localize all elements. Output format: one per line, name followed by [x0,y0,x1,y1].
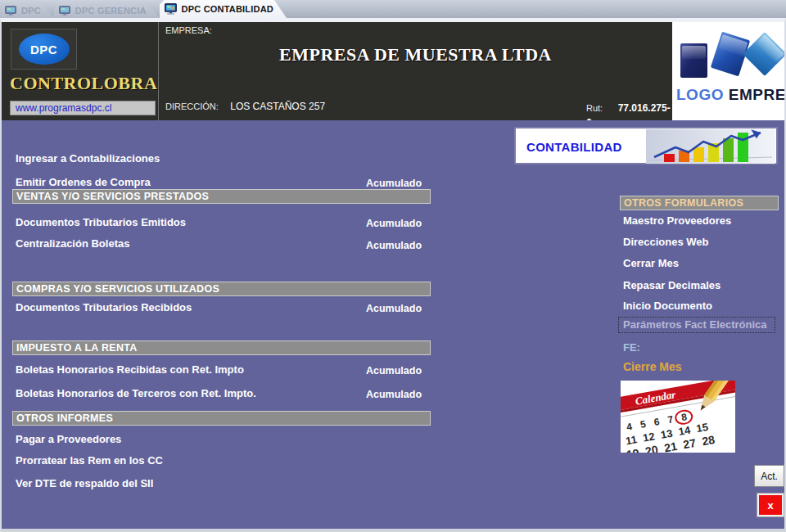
direccion-value: LOS CASTAÑOS 257 [230,101,325,112]
calendar-image: Calendar 4 5 6 7 8 11 12 13 14 15 19 20 … [621,381,735,453]
menu-prorratear-rem-cc[interactable]: Prorratear las Rem en los CC [16,454,163,467]
header: DPC CONTROLOBRA www.programasdpc.cl EMPR… [2,22,784,120]
company-info-panel: EMPRESA: EMPRESA DE MUESTRA LTDA DIRECCI… [159,22,672,120]
rut-label: Rut: [586,103,603,113]
main-area: CONTABILIDAD [2,120,784,529]
menu-repasar-decimales[interactable]: Repasar Decimales [623,279,720,291]
logo-word: LOGO [676,86,724,103]
menu-maestro-proveedores[interactable]: Maestro Proveedores [623,214,731,227]
section-otros-informes: OTROS INFORMES [12,411,431,426]
banner-title: CONTABILIDAD [526,140,622,154]
header-brand-panel: DPC CONTROLOBRA www.programasdpc.cl [2,22,159,120]
direccion-label: DIRECCIÓN: [165,101,219,111]
tab-label: DPC CONTABILIDAD [182,4,273,14]
tab-dpc-gerencia[interactable]: DPC GERENCIA [54,3,160,18]
menu-boletas-honorarios-recibidas[interactable]: Boletas Honorarios Recibidas con Ret. Im… [16,363,244,376]
dpc-logo: DPC [19,34,70,65]
logo-shape-navy [680,43,707,78]
tab-dpc-contabilidad[interactable]: DPC CONTABILIDAD [160,0,287,18]
section-impuesto-a-la-renta: IMPUESTO A LA RENTA [12,340,431,355]
tab-bar: DPC DPC GERENCIA DPC CONTABILIDAD [0,0,786,18]
section-compras-servicios-utilizados: COMPRAS Y/O SERVICIOS UTILIZADOS [12,282,431,296]
menu-ingresar-contabilizaciones[interactable]: Ingresar a Contabilizaciones [16,152,160,165]
close-button[interactable]: x [757,494,784,516]
acumulado-doc-recibidos[interactable]: Acumulado [366,303,422,314]
company-logo-panel: LOGO EMPRESA [672,22,784,120]
logo-empresa-text: LOGO EMPRESA [676,86,784,104]
growth-chart-image [646,129,775,164]
menu-parametros-fact-electronica[interactable]: Parámetros Fact Electrónica [618,317,775,333]
menu-documentos-tributarios-recibidos[interactable]: Documentos Tributarios Recibidos [16,301,192,313]
empresa-word: EMPRESA [729,86,784,103]
acumulado-centralizacion-boletas[interactable]: Acumulado [366,240,422,251]
menu-emitir-ordenes-compra[interactable]: Emitir Ordenes de Compra [16,176,151,188]
menu-centralizacion-boletas[interactable]: Centralización Boletas [16,237,129,250]
dpc-contabilidad-app: DPC DPC GERENCIA DPC CONTABILIDAD [0,0,786,532]
dpc-logo-box: DPC [11,29,77,70]
logo-shape-diamond [743,32,784,76]
monitor-icon [5,6,17,16]
menu-pagar-a-proveedores[interactable]: Pagar a Proveedores [16,433,121,445]
section-ventas-servicios-prestados: VENTAS Y/O SERVICIOS PRESTADOS [12,189,431,204]
menu-cerrar-mes[interactable]: Cerrar Mes [623,257,679,269]
tab-dpc[interactable]: DPC [0,3,54,18]
menu-boletas-honorarios-terceros[interactable]: Boletas Honorarios de Terceros con Ret. … [16,387,256,399]
acumulado-boletas-recibidas[interactable]: Acumulado [366,365,422,376]
empresa-label: EMPRESA: [165,25,212,35]
acumulado-boletas-terceros[interactable]: Acumulado [366,389,422,400]
fe-label: FE: [623,341,640,354]
tab-label: DPC [21,6,41,16]
menu-inicio-documento[interactable]: Inicio Documento [623,300,712,312]
monitor-icon [165,3,178,15]
company-name: EMPRESA DE MUESTRA LTDA [159,44,672,65]
acumulado-emitir-ordenes[interactable]: Acumulado [366,178,422,189]
direccion-row: DIRECCIÓN: LOS CASTAÑOS 257 [165,98,325,113]
acumulado-doc-emitidos[interactable]: Acumulado [366,218,422,229]
tab-label: DPC GERENCIA [75,6,147,16]
menu-cierre-mes[interactable]: Cierre Mes [623,360,682,373]
contabilidad-banner: CONTABILIDAD [514,127,778,165]
brand-title: CONTROLOBRA [10,73,157,94]
monitor-icon [59,6,71,16]
menu-direcciones-web[interactable]: Direcciones Web [623,236,709,248]
actualizar-button[interactable]: Act. [754,465,784,487]
menu-documentos-tributarios-emitidos[interactable]: Documentos Tributarios Emitidos [16,216,186,228]
window-body: DPC CONTROLOBRA www.programasdpc.cl EMPR… [0,18,786,532]
section-otros-formularios: OTROS FORMULARIOS [620,196,779,210]
website-link-box[interactable]: www.programasdpc.cl [10,101,156,115]
website-link[interactable]: www.programasdpc.cl [16,102,111,114]
menu-ver-dte-respaldo-sii[interactable]: Ver DTE de respaldo del SII [16,477,153,489]
